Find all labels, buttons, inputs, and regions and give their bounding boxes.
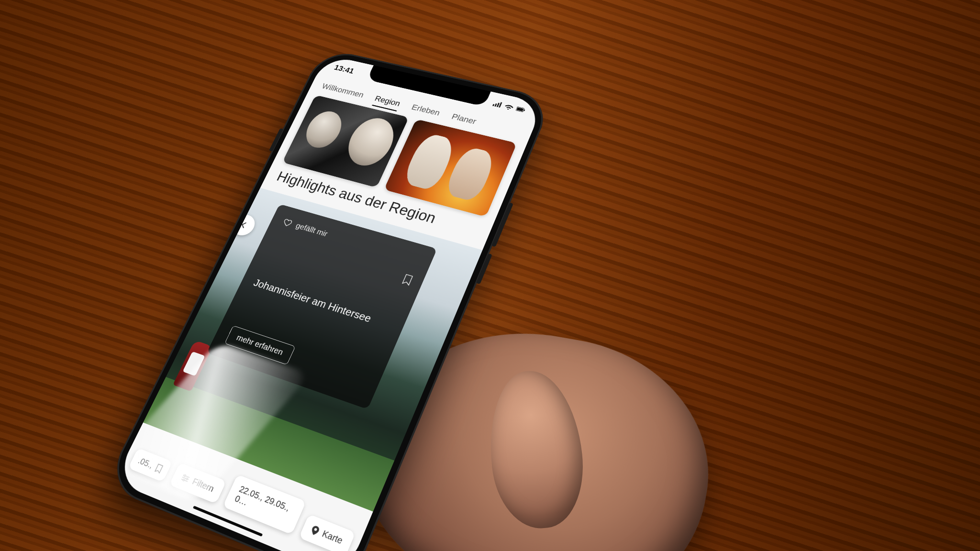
chip-label: 22.05., 29.05., 0…	[233, 484, 295, 525]
phone-stage: 13:41 Willkommen Region Erleben Planer H…	[182, 0, 488, 551]
map-pin-icon	[310, 525, 320, 536]
date-chip-partial[interactable]: .05.,	[128, 448, 173, 482]
chevron-left-icon	[238, 220, 248, 229]
tab-region[interactable]: Region	[372, 94, 402, 111]
more-info-button[interactable]: mehr erfahren	[224, 325, 295, 365]
heart-icon	[282, 217, 294, 228]
svg-rect-3	[499, 102, 502, 108]
more-info-label: mehr erfahren	[235, 333, 284, 357]
chip-label: Filtern	[190, 476, 215, 494]
svg-point-9	[183, 479, 185, 481]
chip-label: Karte	[321, 529, 345, 546]
event-title: Johannisfeier am Hintersee	[252, 276, 392, 331]
tab-label: Erleben	[410, 103, 441, 118]
like-button[interactable]: gefällt mir	[282, 217, 420, 264]
tab-label: Planer	[450, 112, 478, 126]
bookmark-icon	[154, 463, 164, 474]
tab-label: Region	[373, 94, 401, 108]
status-time: 13:41	[333, 63, 356, 76]
bookmark-button[interactable]	[401, 274, 414, 288]
battery-icon	[515, 106, 526, 113]
svg-point-8	[186, 477, 188, 480]
wifi-icon	[504, 103, 514, 110]
like-label: gefällt mir	[294, 221, 329, 238]
svg-rect-0	[492, 104, 494, 106]
sliders-icon	[180, 473, 191, 483]
tab-label: Willkommen	[321, 82, 366, 99]
bookmark-icon	[401, 274, 414, 287]
svg-point-7	[184, 474, 186, 477]
svg-rect-1	[494, 103, 497, 107]
tab-planer[interactable]: Planer	[449, 112, 478, 130]
filter-button[interactable]: Filtern	[169, 463, 226, 504]
map-button[interactable]: Karte	[299, 514, 356, 551]
chip-label: .05.,	[136, 456, 155, 471]
cellular-icon	[492, 100, 503, 108]
